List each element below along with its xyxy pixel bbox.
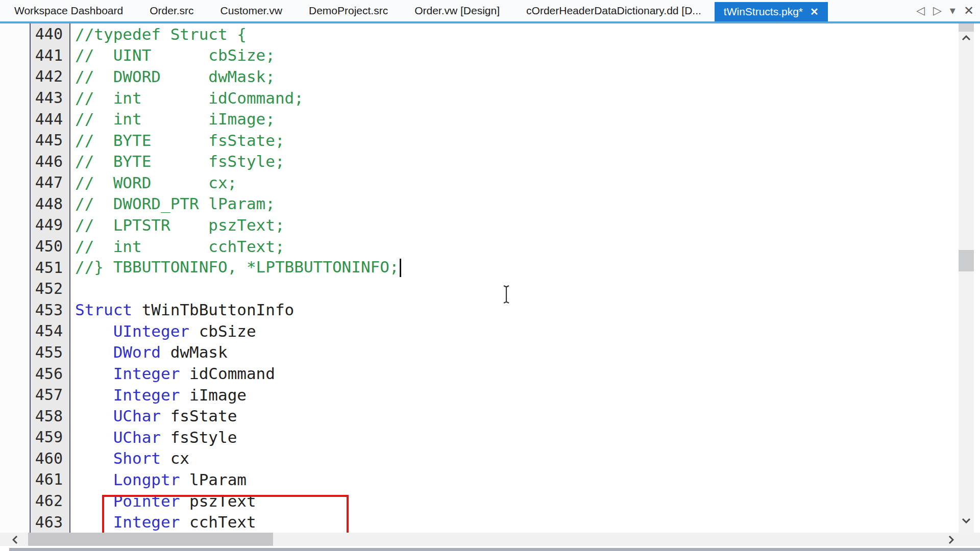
vertical-scrollbar-cap [959,23,974,32]
code-text: Integer idCommand [70,364,275,383]
scroll-up-icon[interactable] [962,34,971,43]
tab-label: Order.vw [Design] [414,5,500,17]
code-line[interactable]: 457 Integer iImage [0,384,919,406]
code-line[interactable]: 451//} TBBUTTONINFO, *LPTBBUTTONINFO; [0,257,919,278]
line-number: 463 [0,513,70,531]
line-number: 454 [0,322,70,340]
window-bottom-edge [0,546,980,551]
line-number: 459 [0,428,70,446]
code-line[interactable]: 455 DWord dwMask [0,342,919,363]
vertical-scrollbar-thumb[interactable] [959,250,974,271]
code-rows: 440//typedef Struct {441// UINT cbSize;4… [0,23,919,533]
line-number: 453 [0,301,70,319]
code-text: // DWORD dwMask; [70,67,275,86]
line-number: 462 [0,492,70,510]
code-text: // LPTSTR pszText; [70,216,285,234]
line-number: 446 [0,153,70,170]
tab[interactable]: Customer.vw [207,0,296,21]
code-text: // BYTE fsState; [70,131,285,149]
code-line[interactable]: 440//typedef Struct { [0,23,919,45]
tab-scroll-back-icon[interactable]: ◁ [916,3,925,18]
scroll-down-icon[interactable] [962,516,971,525]
code-text: // int cchText; [70,237,285,256]
tab[interactable]: cOrderHeaderDataDictionary.dd [D... [513,0,715,21]
code-line[interactable]: 443// int idCommand; [0,87,919,109]
code-line[interactable]: 446// BYTE fsStyle; [0,151,919,172]
line-number: 444 [0,110,70,128]
horizontal-scrollbar-thumb[interactable] [28,533,273,546]
line-number: 461 [0,470,70,488]
tab-scroll-forward-icon[interactable]: ▷ [933,3,942,18]
code-line[interactable]: 450// int cchText; [0,236,919,257]
code-text: // BYTE fsStyle; [70,152,285,170]
horizontal-scrollbar[interactable] [0,533,980,546]
line-number: 460 [0,449,70,467]
line-number: 450 [0,237,70,255]
line-number: 447 [0,173,70,191]
line-number: 452 [0,280,70,297]
code-text: DWord dwMask [70,343,228,361]
code-line[interactable]: 459 UChar fsStyle [0,427,919,448]
tab-group-close-icon[interactable]: ✕ [964,3,974,18]
code-text: Struct tWinTbButtonInfo [70,300,294,319]
code-text: //} TBBUTTONINFO, *LPTBBUTTONINFO; [70,258,401,278]
tab-active[interactable]: tWinStructs.pkg*✕ [715,2,828,21]
code-text: UChar fsStyle [70,428,237,446]
line-number: 457 [0,386,70,404]
code-line[interactable]: 460 Short cx [0,448,919,469]
line-number: 449 [0,216,70,234]
tab[interactable]: Order.src [136,0,207,21]
tab-label: cOrderHeaderDataDictionary.dd [D... [526,5,701,17]
code-text: //typedef Struct { [70,25,247,43]
code-line[interactable]: 445// BYTE fsState; [0,130,919,151]
status-bar-edge [9,548,980,551]
code-line[interactable]: 448// DWORD_PTR lParam; [0,193,919,215]
code-line[interactable]: 456 Integer idCommand [0,363,919,384]
tab[interactable]: DemoProject.src [296,0,401,21]
code-text: // int idCommand; [70,89,304,107]
code-line[interactable]: 452 [0,278,919,299]
code-text: UChar fsState [70,407,237,425]
code-text: Longptr lParam [70,470,247,489]
tab-label: Order.src [150,5,193,17]
line-number: 451 [0,259,70,277]
code-editor[interactable]: 440//typedef Struct {441// UINT cbSize;4… [0,23,980,533]
line-number: 441 [0,46,70,64]
code-text: UInteger cbSize [70,322,256,340]
code-text: Integer iImage [70,386,247,404]
code-text: // UINT cbSize; [70,46,275,64]
code-line[interactable]: 454 UInteger cbSize [0,320,919,342]
tab[interactable]: Workspace Dashboard [1,0,136,21]
tab-label: tWinStructs.pkg* [724,6,803,18]
line-number: 440 [0,25,70,43]
scroll-left-icon[interactable] [12,535,18,546]
tab-nav-buttons: ◁ ▷ ▾ ✕ [916,3,974,18]
code-line[interactable]: 461 Longptr lParam [0,469,919,490]
line-number: 458 [0,407,70,425]
tab[interactable]: Order.vw [Design] [401,0,513,21]
code-line[interactable]: 447// WORD cx; [0,172,919,193]
line-number: 442 [0,67,70,85]
tab-close-icon[interactable]: ✕ [810,6,819,18]
code-line[interactable]: 441// UINT cbSize; [0,45,919,66]
tab-label: Customer.vw [220,5,282,17]
code-text: // int iImage; [70,110,275,128]
code-line[interactable]: 442// DWORD dwMask; [0,66,919,87]
red-annotation-box [102,495,349,533]
code-text: // WORD cx; [70,173,237,192]
document-tab-bar: Workspace DashboardOrder.srcCustomer.vwD… [0,0,980,21]
tab-bar-tabs: Workspace DashboardOrder.srcCustomer.vwD… [0,0,828,21]
tab-label: DemoProject.src [309,5,388,17]
code-line[interactable]: 458 UChar fsState [0,405,919,427]
line-number: 443 [0,89,70,107]
code-line[interactable]: 444// int iImage; [0,108,919,130]
text-caret [400,259,401,277]
code-text: // DWORD_PTR lParam; [70,194,275,213]
code-line[interactable]: 453Struct tWinTbButtonInfo [0,299,919,321]
tab-list-dropdown-icon[interactable]: ▾ [950,3,955,18]
scroll-right-icon[interactable] [948,535,954,546]
code-line[interactable]: 449// LPTSTR pszText; [0,214,919,236]
vertical-scrollbar[interactable] [959,23,974,533]
mouse-cursor-ibeam-icon [502,285,510,306]
code-text: Short cx [70,449,189,467]
